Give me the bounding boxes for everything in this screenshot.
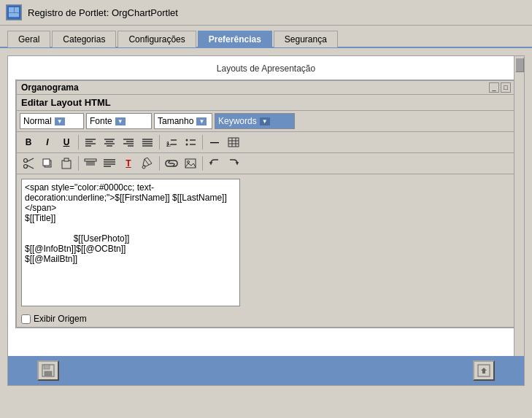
- editor-title: Editar Layout HTML: [17, 95, 515, 111]
- toolbar-row2: B I U 1.2.: [17, 132, 515, 153]
- redo-button[interactable]: [225, 155, 242, 171]
- title-bar: Registro de Portlet: OrgChartPortlet: [0, 0, 532, 26]
- separator6: [202, 156, 203, 171]
- scrollbar-thumb[interactable]: [515, 58, 524, 72]
- toolbar-row1: Normal ▼ Fonte ▼ Tamanho ▼ Keywords ▼: [17, 111, 515, 132]
- fonte-dropdown-arrow: ▼: [115, 117, 126, 125]
- scissors-button[interactable]: [20, 155, 37, 171]
- svg-rect-1: [9, 7, 14, 12]
- svg-rect-38: [43, 159, 50, 166]
- scrollbar-y[interactable]: [514, 56, 524, 385]
- strikethrough-button[interactable]: [82, 155, 99, 171]
- white-panel: Layouts de Apresentação Organograma _ □ …: [7, 55, 525, 386]
- svg-line-35: [27, 158, 34, 162]
- style-dropdown[interactable]: Normal ▼: [20, 113, 84, 129]
- tab-preferencias[interactable]: Preferências: [198, 31, 272, 47]
- svg-rect-55: [45, 371, 52, 376]
- svg-rect-54: [44, 365, 50, 369]
- bold-button[interactable]: B: [20, 134, 37, 150]
- horizontal-rule-button[interactable]: —: [206, 134, 223, 150]
- svg-point-52: [188, 161, 190, 163]
- svg-point-26: [186, 144, 188, 146]
- svg-rect-39: [62, 160, 71, 169]
- tab-bar: Geral Categorias Configurações Preferênc…: [0, 26, 532, 48]
- svg-text:2.: 2.: [166, 142, 171, 147]
- tab-configuracoes[interactable]: Configurações: [117, 31, 196, 47]
- svg-rect-40: [64, 158, 69, 161]
- italic-button[interactable]: I: [39, 134, 56, 150]
- ordered-list-button[interactable]: 1.2.: [163, 134, 180, 150]
- separator1: [78, 135, 79, 150]
- separator5: [159, 156, 160, 171]
- show-source-checkbox[interactable]: [21, 314, 31, 324]
- checkbox-area: Exibir Origem: [17, 311, 515, 327]
- portlet-icon: [6, 4, 22, 20]
- paint-button[interactable]: [139, 155, 156, 171]
- separator4: [78, 156, 79, 171]
- svg-rect-51: [185, 159, 196, 168]
- fonte-dropdown[interactable]: Fonte ▼: [86, 113, 152, 129]
- table-button[interactable]: [225, 134, 242, 150]
- minimize-button[interactable]: _: [489, 82, 499, 93]
- svg-point-33: [24, 159, 28, 163]
- main-content: Layouts de Apresentação Organograma _ □ …: [0, 48, 532, 393]
- bottom-bar: [8, 356, 524, 385]
- org-window: Organograma _ □ Editar Layout HTML Norma…: [15, 80, 517, 328]
- remove-format-button[interactable]: [101, 155, 118, 171]
- html-editor[interactable]: <span style="color:#0000cc; text-decorat…: [21, 179, 240, 306]
- separator2: [159, 135, 160, 150]
- image-button[interactable]: [182, 155, 199, 171]
- svg-point-24: [186, 139, 188, 142]
- org-title-bar: Organograma _ □: [17, 81, 515, 95]
- align-right-button[interactable]: [120, 134, 137, 150]
- align-justify-button[interactable]: [139, 134, 156, 150]
- tab-geral[interactable]: Geral: [7, 31, 50, 47]
- tamanho-dropdown[interactable]: Tamanho ▼: [154, 113, 212, 129]
- show-source-label: Exibir Origem: [34, 314, 87, 324]
- svg-rect-3: [9, 13, 19, 17]
- separator3: [202, 135, 203, 150]
- maximize-button[interactable]: □: [501, 82, 511, 93]
- copy-button[interactable]: [39, 155, 56, 171]
- link-button[interactable]: [163, 155, 180, 171]
- org-window-title: Organograma: [21, 82, 79, 93]
- svg-rect-2: [15, 7, 19, 12]
- svg-point-34: [24, 165, 28, 169]
- org-window-buttons: _ □: [489, 82, 511, 93]
- editor-area: <span style="color:#0000cc; text-decorat…: [17, 174, 515, 311]
- svg-point-49: [142, 166, 145, 169]
- keywords-dropdown[interactable]: Keywords ▼: [215, 113, 295, 129]
- toolbar-row3: T: [17, 153, 515, 174]
- save-button[interactable]: [37, 360, 59, 381]
- svg-line-36: [27, 166, 34, 169]
- window-title: Registro de Portlet: OrgChartPortlet: [28, 7, 178, 18]
- unordered-list-button[interactable]: [182, 134, 199, 150]
- undo-button[interactable]: [206, 155, 223, 171]
- svg-rect-41: [85, 159, 96, 161]
- panel-title: Layouts de Apresentação: [15, 63, 517, 74]
- tamanho-dropdown-arrow: ▼: [196, 117, 207, 125]
- text-color-button[interactable]: T: [120, 155, 137, 171]
- svg-rect-28: [228, 138, 239, 147]
- cancel-button[interactable]: [473, 360, 495, 381]
- tab-categorias[interactable]: Categorias: [52, 31, 116, 47]
- style-dropdown-arrow: ▼: [55, 117, 65, 125]
- align-left-button[interactable]: [82, 134, 99, 150]
- align-center-button[interactable]: [101, 134, 118, 150]
- tab-seguranca[interactable]: Segurança: [274, 31, 338, 47]
- keywords-dropdown-arrow: ▼: [260, 117, 270, 125]
- underline-button[interactable]: U: [58, 134, 75, 150]
- paste-button[interactable]: [58, 155, 75, 171]
